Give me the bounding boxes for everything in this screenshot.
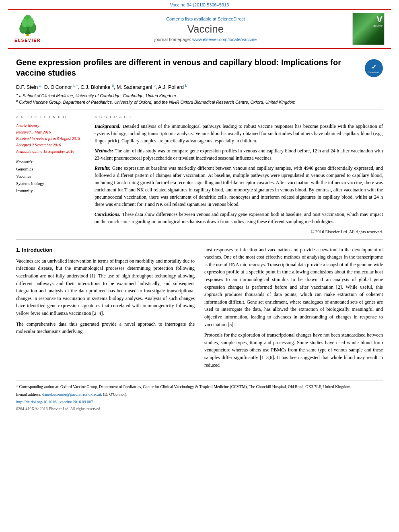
vaccine-logo-area: V accine [348, 13, 385, 45]
issn-line: 0264-410X/© 2016 Elsevier Ltd. All right… [16, 407, 383, 411]
conclusions-text: These data show differences between veno… [95, 212, 383, 224]
article-history: Article history: Received 5 May 2016 Rec… [16, 123, 86, 155]
vaccine-logo-text: accine [373, 24, 383, 28]
journal-header: ELSEVIER Contents lists available at Sci… [8, 9, 391, 49]
background-text: Detailed analysis of the immunological p… [95, 123, 383, 144]
body-two-col: 1. Introduction Vaccines are an unrivall… [16, 246, 383, 372]
svg-point-5 [22, 19, 28, 27]
body-col-left: 1. Introduction Vaccines are an unrivall… [16, 246, 195, 372]
email-label: E-mail address: [16, 392, 41, 396]
crossmark-label: CrossMark [368, 71, 380, 74]
vaccine-logo-v: V [376, 15, 383, 24]
journal-title: Vaccine [63, 23, 348, 35]
abstract-col: A B S T R A C T Background: Detailed ana… [95, 115, 383, 235]
intro-heading: 1. Introduction [16, 246, 195, 254]
abstract-section: Background: Detailed analysis of the imm… [95, 123, 383, 235]
abstract-label: A B S T R A C T [95, 115, 383, 120]
journal-url[interactable]: www.elsevier.com/locate/vaccine [192, 37, 257, 42]
science-direct-link-text[interactable]: ScienceDirect [218, 16, 245, 21]
abstract-background: Background: Detailed analysis of the imm… [95, 123, 383, 144]
intro-para3: host responses to infection and vaccinat… [204, 246, 383, 329]
received-revised-date: Received in revised form 8 August 2016 [16, 136, 86, 142]
elsevier-wordmark: ELSEVIER [14, 38, 41, 43]
keyword-3: Systems biology [16, 180, 86, 187]
main-body: 1. Introduction Vaccines are an unrivall… [16, 246, 383, 372]
corresponding-note: * Corresponding author at: Oxford Vaccin… [16, 384, 383, 390]
authors: D.F. Stein a, D. O'Connor b,*, C.J. Bloh… [16, 84, 359, 90]
science-direct-line: Contents lists available at ScienceDirec… [63, 16, 348, 21]
keyword-4: Immunity [16, 187, 86, 195]
intro-para2: The comprehensive data thus generated pr… [16, 320, 195, 335]
journal-homepage: journal homepage: www.elsevier.com/locat… [63, 37, 348, 42]
conclusions-label: Conclusions: [95, 212, 121, 217]
history-label: Article history: [16, 123, 86, 129]
keywords-title: Keywords: [16, 160, 86, 164]
elsevier-logo-area: ELSEVIER [14, 15, 63, 43]
background-label: Background: [95, 123, 121, 129]
email-link[interactable]: daniel.oconnor@paediatrics.ox.ac.uk [42, 392, 102, 396]
crossmark-badge[interactable]: ✓ CrossMark [365, 59, 383, 77]
doi-header: Vaccine 34 (2016) 5306–5313 [0, 0, 399, 9]
article-content: Gene expression profiles are different i… [0, 49, 399, 411]
abstract-copyright: © 2016 Elsevier Ltd. All rights reserved… [95, 228, 383, 235]
crossmark-check-icon: ✓ [371, 63, 376, 71]
vaccine-logo-image: V accine [353, 13, 384, 45]
keyword-1: Genomics [16, 166, 86, 173]
article-title-text: Gene expression profiles are different i… [16, 57, 359, 105]
article-info-label: A R T I C L E I N F O [16, 115, 86, 120]
methods-text: The aim of this study was to compare gen… [95, 148, 383, 161]
affiliation-b: b Oxford Vaccine Group, Department of Pa… [16, 99, 359, 105]
svg-point-6 [28, 18, 34, 27]
vaccine-logo-box: V accine [352, 13, 385, 45]
keyword-2: Vaccines [16, 173, 86, 180]
abstract-results: Results: Gene expression at baseline was… [95, 164, 383, 208]
journal-center: Contents lists available at ScienceDirec… [63, 16, 348, 42]
results-label: Results: [95, 165, 111, 171]
keyword-list: Genomics Vaccines Systems biology Immuni… [16, 166, 86, 194]
doi-footer-url[interactable]: http://dx.doi.org/10.1016/j.vaccine.2016… [16, 399, 383, 405]
article-info-col: A R T I C L E I N F O Article history: R… [16, 115, 86, 235]
abstract-conclusions: Conclusions: These data show differences… [95, 211, 383, 225]
elsevier-logo: ELSEVIER [14, 15, 41, 43]
corresponding-note-text: * Corresponding author at: Oxford Vaccin… [16, 384, 351, 389]
article-title: Gene expression profiles are different i… [16, 57, 359, 78]
body-col-right: host responses to infection and vaccinat… [204, 246, 383, 372]
abstract-methods: Methods: The aim of this study was to co… [95, 147, 383, 162]
intro-para4: Protocols for the exploration of transcr… [204, 331, 383, 369]
email-line: E-mail address: daniel.oconnor@paediatri… [16, 391, 383, 397]
email-suffix: (D. O'Connor). [103, 392, 127, 396]
info-abstract-section: A R T I C L E I N F O Article history: R… [16, 115, 383, 240]
methods-label: Methods: [95, 148, 113, 154]
elsevier-tree-icon [16, 15, 40, 37]
article-footer: * Corresponding author at: Oxford Vaccin… [16, 380, 383, 411]
received-date: Received 5 May 2016 [16, 129, 86, 136]
crossmark-area: ✓ CrossMark [365, 59, 383, 77]
article-title-section: Gene expression profiles are different i… [16, 49, 383, 109]
doi-header-text: Vaccine 34 (2016) 5306–5313 [170, 2, 229, 7]
available-date: Available online 15 September 2016 [16, 148, 86, 155]
keywords-section: Keywords: Genomics Vaccines Systems biol… [16, 160, 86, 194]
intro-para1: Vaccines are an unrivalled intervention … [16, 257, 195, 317]
results-text: Gene expression at baseline was markedly… [95, 165, 383, 207]
page: Vaccine 34 (2016) 5306–5313 ELSEVIER [0, 0, 399, 532]
affiliation-a: a a School of Clinical Medicine, Univers… [16, 92, 359, 98]
accepted-date: Accepted 2 September 2016 [16, 142, 86, 148]
